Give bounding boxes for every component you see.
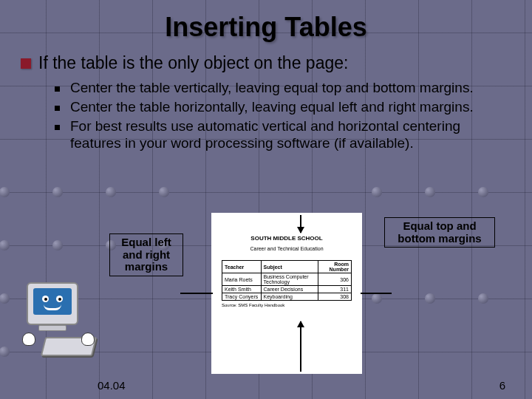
- callout-left-margins: Equal left and right margins: [109, 233, 183, 276]
- table-header: Subject: [261, 261, 318, 273]
- sub-bullet-text: Center the table horizontally, leaving e…: [70, 98, 474, 116]
- main-bullet: If the table is the only object on the p…: [21, 53, 532, 73]
- bullet-icon: [21, 58, 31, 69]
- arrow-down-icon: [300, 215, 301, 233]
- table-row: Tracy Conyers Keyboarding 308: [222, 293, 352, 301]
- arrow-up-icon: [300, 321, 301, 372]
- callout-top-margins: Equal top and bottom margins: [384, 217, 495, 248]
- doc-title: SOUTH MIDDLE SCHOOL: [222, 235, 352, 242]
- main-bullet-text: If the table is the only object on the p…: [38, 53, 348, 73]
- table-header: Teacher: [222, 261, 262, 273]
- bullet-square-icon: [55, 106, 60, 111]
- grid-node: [52, 187, 63, 197]
- table-header: Room Number: [318, 261, 352, 273]
- bullet-square-icon: [55, 125, 60, 130]
- table-row: Maria Roets Business Computer Technology…: [222, 273, 352, 286]
- doc-source: Source: SMS Faculty Handbook: [222, 303, 352, 307]
- sub-bullet-text: For best results use automatic vertical …: [70, 117, 510, 153]
- grid-node: [478, 187, 488, 197]
- example-table: Teacher Subject Room Number Maria Roets …: [222, 260, 352, 301]
- table-row: Keith Smith Career Decisions 311: [222, 286, 352, 293]
- slide-title: Inserting Tables: [0, 0, 532, 43]
- grid-node: [106, 187, 116, 197]
- figure-area: SOUTH MIDDLE SCHOOL Career and Technical…: [0, 213, 532, 383]
- arrow-line: [361, 293, 392, 294]
- sub-bullet: For best results use automatic vertical …: [55, 117, 510, 153]
- sub-bullet: Center the table horizontally, leaving e…: [55, 98, 510, 116]
- grid-node: [425, 187, 435, 197]
- computer-cartoon-icon: [21, 282, 102, 356]
- example-document: SOUTH MIDDLE SCHOOL Career and Technical…: [211, 213, 362, 374]
- bullet-square-icon: [55, 86, 60, 92]
- page-number: 6: [499, 379, 505, 392]
- sub-bullet-text: Center the table vertically, leaving equ…: [70, 79, 474, 97]
- grid-node: [159, 187, 169, 197]
- footer-code: 04.04: [98, 379, 126, 392]
- doc-subtitle: Career and Technical Education: [222, 246, 352, 251]
- sub-bullet-list: Center the table vertically, leaving equ…: [55, 79, 510, 152]
- sub-bullet: Center the table vertically, leaving equ…: [55, 79, 510, 97]
- grid-node: [372, 187, 382, 197]
- arrow-line: [180, 293, 213, 294]
